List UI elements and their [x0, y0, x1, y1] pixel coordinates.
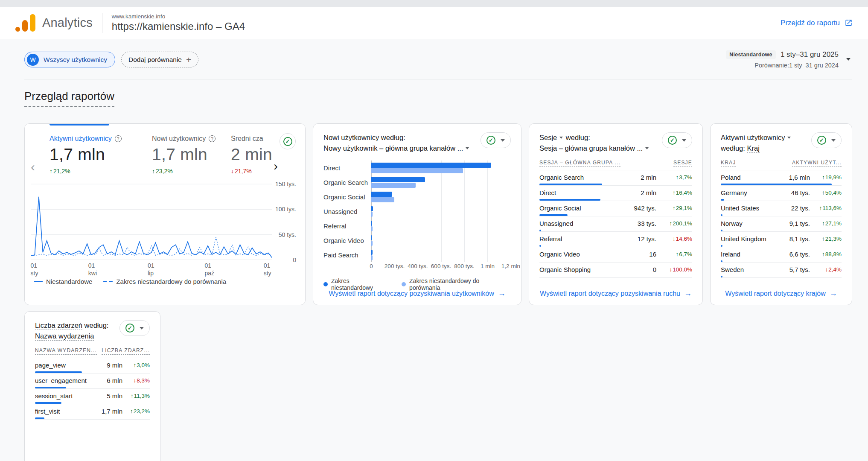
analytics-logo-icon	[15, 14, 35, 32]
table-row: Referral12 tys.↓14,6%	[539, 232, 692, 247]
table-row-main: Ireland6,6 tys.↑88,8%	[721, 251, 842, 258]
view-user-acquisition-report-link[interactable]: Wyświetl raport dotyczący pozyskiwania u…	[329, 289, 506, 298]
row-change: ↓8,3%	[122, 377, 150, 384]
table-row-main: Sweden5,7 tys.↓2,4%	[721, 266, 842, 273]
date-range-value: 1 sty–31 gru 2025	[781, 50, 839, 59]
arrow-down-icon: ↓	[133, 377, 136, 384]
active-metric-tab-indicator	[50, 124, 109, 125]
metric-value: 1,7 mln	[152, 145, 231, 164]
filters-toolbar: W Wszyscy użytkownicy Dodaj porównanie +…	[24, 50, 852, 69]
row-value: 2 mln	[614, 174, 656, 181]
row-value: 9,1 tys.	[778, 220, 810, 227]
arrow-down-icon: ↓	[669, 266, 672, 273]
metric-selector[interactable]: Sesje według:	[539, 132, 650, 143]
chevron-down-icon	[846, 58, 851, 61]
data-quality-menu-button[interactable]: ✓	[662, 132, 692, 148]
metric-label: Średni cza	[231, 135, 284, 143]
arrow-down-icon: ↓	[673, 236, 676, 242]
metrics-summary-card: ‹ › ✓ Aktywni użytkownicy?1,7 mln↑21,2%N…	[24, 123, 306, 305]
x-axis-tick-label: 01paź	[205, 262, 215, 277]
arrow-up-icon: ↑	[673, 205, 676, 211]
arrow-up-icon: ↑	[822, 190, 825, 196]
metric-tab[interactable]: Aktywni użytkownicy?1,7 mln↑21,2%	[50, 135, 152, 175]
date-range-type-badge: Niestandardowe	[726, 50, 776, 59]
current-period-bar	[371, 206, 373, 211]
data-quality-menu-button[interactable]: ✓	[119, 320, 150, 336]
help-icon: ?	[115, 135, 122, 142]
arrow-down-icon: ↓	[231, 168, 234, 175]
arrow-up-icon: ↑	[822, 220, 825, 227]
metric-selector[interactable]: Aktywni użytkownicy	[721, 132, 792, 143]
table-row-main: Direct2 mln↑16,4%	[539, 189, 692, 196]
row-bar	[539, 245, 541, 247]
arrow-up-icon: ↑	[131, 393, 134, 399]
add-comparison-chip[interactable]: Dodaj porównanie +	[121, 52, 198, 67]
arrow-right-icon: →	[830, 289, 837, 298]
dimension-selector[interactable]: Nazwa wydarzenia	[35, 331, 108, 341]
row-bar	[721, 214, 722, 216]
x-axis-tick-label: 01kwi	[88, 262, 97, 277]
dimension-selector[interactable]: według: Kraj	[721, 143, 792, 154]
chevron-down-icon	[140, 327, 144, 330]
metrics-scroll-right-button[interactable]: ›	[274, 160, 278, 172]
table-row-main: user_engagement6 mln↓8,3%	[35, 377, 150, 384]
tick-line1: 01	[148, 262, 154, 269]
go-to-report-link[interactable]: Przejdź do raportu	[781, 19, 853, 27]
events-table: page_view9 mln↑3,0%user_engagement6 mln↓…	[35, 358, 150, 420]
x-axis-tick-label: 600 tys.	[431, 263, 451, 269]
y-axis-tick-label: 100 tys.	[275, 206, 296, 213]
arrow-up-icon: ↑	[673, 190, 676, 196]
legend-item: Niestandardowe	[34, 278, 92, 285]
app-header: Analytics www.kamienskie.info https://ka…	[0, 7, 868, 39]
check-circle-icon: ✓	[283, 137, 292, 146]
bar-pair	[371, 160, 511, 175]
arrow-right-icon: →	[498, 289, 506, 298]
metrics-scroll-left-button[interactable]: ‹	[31, 160, 35, 173]
table-row-main: United Kingdom8,1 tys.↑21,3%	[721, 235, 842, 242]
date-range-picker[interactable]: Niestandardowe 1 sty–31 gru 2025 Porówna…	[726, 50, 852, 69]
metric-change: ↑23,2%	[152, 168, 231, 175]
row-name: Ireland	[721, 251, 778, 258]
users-line-chart: 150 tys.100 tys.50 tys.0	[31, 178, 305, 260]
x-axis-tick-label: 200 tys.	[384, 263, 405, 269]
chevron-down-icon	[831, 139, 836, 142]
row-bar	[721, 199, 724, 201]
overview-cards-row: ‹ › ✓ Aktywni użytkownicy?1,7 mln↑21,2%N…	[24, 123, 852, 305]
chevron-down-icon	[501, 139, 505, 142]
row-value: 33 tys.	[614, 220, 656, 227]
dimension-selector[interactable]: Sesja – główna grupa kanałów ...	[539, 143, 650, 154]
comparison-period-bar	[371, 197, 394, 202]
data-quality-check-button[interactable]: ✓	[280, 133, 296, 149]
new-users-card: Nowi użytkownicy według: Nowy użytkownik…	[313, 123, 521, 305]
row-name: page_view	[35, 362, 90, 369]
row-change: ↑88,8%	[810, 251, 842, 257]
card-title: Nowi użytkownicy według: Nowy użytkownik…	[323, 132, 470, 154]
row-value: 12 tys.	[614, 235, 656, 242]
table-row: Direct2 mln↑16,4%	[539, 186, 692, 201]
view-traffic-acquisition-report-link[interactable]: Wyświetl raport dotyczący pozyskiwania r…	[540, 289, 692, 298]
table-row: Organic Video16↑6,7%	[539, 247, 692, 263]
row-change: ↑27,1%	[810, 220, 842, 227]
tick-line1: 01	[264, 262, 271, 269]
row-name: Unassigned	[539, 220, 614, 227]
tick-line2: paź	[205, 269, 215, 277]
data-quality-menu-button[interactable]: ✓	[811, 132, 842, 148]
data-quality-menu-button[interactable]: ✓	[481, 132, 511, 148]
chevron-down-icon	[787, 137, 791, 139]
all-users-segment-chip[interactable]: W Wszyscy użytkownicy	[24, 52, 115, 67]
metric-tab[interactable]: Nowi użytkownicy?1,7 mln↑23,2%	[152, 135, 231, 175]
chevron-down-icon	[466, 147, 469, 149]
sessions-table: Organic Search2 mln↑3,7%Direct2 mln↑16,4…	[539, 170, 692, 278]
row-change: ↑6,7%	[656, 251, 692, 257]
bar-pair	[371, 233, 511, 248]
arrow-up-icon: ↑	[822, 236, 825, 242]
gridline	[511, 160, 511, 262]
tick-line2: sty	[264, 269, 271, 277]
dimension-selector[interactable]: Nowy użytkownik – główna grupa kanałów .…	[323, 143, 470, 154]
open-in-new-icon	[845, 19, 853, 27]
view-countries-report-link[interactable]: Wyświetl raport dotyczący krajów →	[725, 289, 837, 298]
window-top-strip	[0, 0, 868, 7]
table-row: United Kingdom8,1 tys.↑21,3%	[721, 232, 842, 247]
current-period-bar	[371, 235, 372, 240]
row-name: Direct	[539, 189, 614, 196]
